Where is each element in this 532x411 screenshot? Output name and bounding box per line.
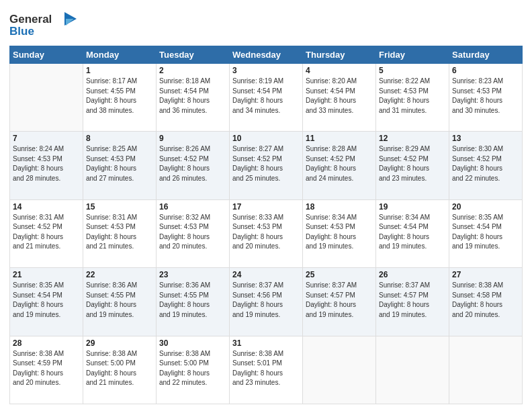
day-info: Sunrise: 8:17 AMSunset: 4:55 PMDaylight:… [86, 77, 153, 116]
calendar-table: SundayMondayTuesdayWednesdayThursdayFrid… [9, 46, 523, 404]
week-row-5: 28Sunrise: 8:38 AMSunset: 4:59 PMDayligh… [10, 336, 523, 404]
day-info: Sunrise: 8:37 AMSunset: 4:57 PMDaylight:… [379, 281, 446, 320]
weekday-thursday: Thursday [303, 46, 376, 64]
day-cell: 18Sunrise: 8:34 AMSunset: 4:53 PMDayligh… [303, 199, 376, 267]
weekday-wednesday: Wednesday [230, 46, 303, 64]
page: General Blue SundayMondayTuesdayWednesda… [0, 0, 532, 411]
day-cell: 20Sunrise: 8:35 AMSunset: 4:54 PMDayligh… [449, 199, 523, 267]
day-info: Sunrise: 8:38 AMSunset: 5:00 PMDaylight:… [86, 349, 153, 388]
week-row-3: 14Sunrise: 8:31 AMSunset: 4:52 PMDayligh… [10, 199, 523, 267]
day-cell: 12Sunrise: 8:29 AMSunset: 4:52 PMDayligh… [376, 132, 449, 199]
day-cell: 29Sunrise: 8:38 AMSunset: 5:00 PMDayligh… [83, 336, 157, 404]
weekday-sunday: Sunday [10, 46, 83, 64]
weekday-tuesday: Tuesday [157, 46, 230, 64]
day-cell [449, 336, 523, 404]
day-info: Sunrise: 8:24 AMSunset: 4:53 PMDaylight:… [13, 144, 80, 183]
day-info: Sunrise: 8:29 AMSunset: 4:52 PMDaylight:… [379, 144, 446, 183]
day-info: Sunrise: 8:27 AMSunset: 4:52 PMDaylight:… [232, 144, 300, 183]
day-number: 21 [13, 270, 80, 279]
day-cell [10, 64, 83, 132]
day-number: 3 [232, 66, 300, 75]
day-number: 8 [86, 134, 153, 143]
day-number: 19 [379, 202, 446, 212]
day-number: 10 [232, 134, 300, 143]
day-cell: 10Sunrise: 8:27 AMSunset: 4:52 PMDayligh… [230, 132, 303, 199]
week-row-2: 7Sunrise: 8:24 AMSunset: 4:53 PMDaylight… [10, 132, 523, 199]
day-cell: 19Sunrise: 8:34 AMSunset: 4:54 PMDayligh… [376, 199, 449, 267]
day-number: 20 [452, 202, 519, 212]
day-info: Sunrise: 8:34 AMSunset: 4:54 PMDaylight:… [379, 213, 446, 252]
day-cell: 21Sunrise: 8:35 AMSunset: 4:54 PMDayligh… [10, 268, 83, 336]
day-number: 14 [13, 202, 80, 212]
day-info: Sunrise: 8:36 AMSunset: 4:55 PMDaylight:… [159, 281, 226, 320]
day-cell: 22Sunrise: 8:36 AMSunset: 4:55 PMDayligh… [83, 268, 157, 336]
week-row-1: 1Sunrise: 8:17 AMSunset: 4:55 PMDaylight… [10, 64, 523, 132]
day-cell [303, 336, 376, 404]
weekday-header-row: SundayMondayTuesdayWednesdayThursdayFrid… [10, 46, 523, 64]
day-cell: 26Sunrise: 8:37 AMSunset: 4:57 PMDayligh… [376, 268, 449, 336]
day-info: Sunrise: 8:38 AMSunset: 4:59 PMDaylight:… [13, 349, 80, 388]
day-number: 7 [13, 134, 80, 143]
day-cell: 31Sunrise: 8:38 AMSunset: 5:01 PMDayligh… [230, 336, 303, 404]
day-info: Sunrise: 8:37 AMSunset: 4:57 PMDaylight:… [306, 281, 373, 320]
day-info: Sunrise: 8:22 AMSunset: 4:53 PMDaylight:… [379, 77, 446, 116]
day-number: 30 [159, 338, 226, 348]
day-cell: 9Sunrise: 8:26 AMSunset: 4:52 PMDaylight… [157, 132, 230, 199]
day-cell: 24Sunrise: 8:37 AMSunset: 4:56 PMDayligh… [230, 268, 303, 336]
day-number: 9 [159, 134, 226, 143]
day-number: 28 [13, 338, 80, 348]
day-info: Sunrise: 8:37 AMSunset: 4:56 PMDaylight:… [232, 281, 300, 320]
day-number: 6 [452, 66, 519, 75]
header: General Blue [9, 7, 523, 42]
day-cell: 5Sunrise: 8:22 AMSunset: 4:53 PMDaylight… [376, 64, 449, 132]
day-info: Sunrise: 8:19 AMSunset: 4:54 PMDaylight:… [232, 77, 300, 116]
day-number: 24 [232, 270, 300, 279]
day-cell: 3Sunrise: 8:19 AMSunset: 4:54 PMDaylight… [230, 64, 303, 132]
day-info: Sunrise: 8:20 AMSunset: 4:54 PMDaylight:… [306, 77, 373, 116]
day-cell: 14Sunrise: 8:31 AMSunset: 4:52 PMDayligh… [10, 199, 83, 267]
day-number: 25 [306, 270, 373, 279]
svg-text:Blue: Blue [9, 25, 34, 38]
weekday-friday: Friday [376, 46, 449, 64]
day-cell: 28Sunrise: 8:38 AMSunset: 4:59 PMDayligh… [10, 336, 83, 404]
day-cell: 13Sunrise: 8:30 AMSunset: 4:52 PMDayligh… [449, 132, 523, 199]
day-info: Sunrise: 8:23 AMSunset: 4:53 PMDaylight:… [452, 77, 519, 116]
weekday-saturday: Saturday [449, 46, 523, 64]
logo-text: General Blue [9, 9, 83, 42]
day-number: 12 [379, 134, 446, 143]
day-info: Sunrise: 8:38 AMSunset: 5:01 PMDaylight:… [232, 349, 300, 388]
day-info: Sunrise: 8:28 AMSunset: 4:52 PMDaylight:… [306, 144, 373, 183]
day-cell: 16Sunrise: 8:32 AMSunset: 4:53 PMDayligh… [157, 199, 230, 267]
day-info: Sunrise: 8:26 AMSunset: 4:52 PMDaylight:… [159, 144, 226, 183]
week-row-4: 21Sunrise: 8:35 AMSunset: 4:54 PMDayligh… [10, 268, 523, 336]
day-cell: 11Sunrise: 8:28 AMSunset: 4:52 PMDayligh… [303, 132, 376, 199]
day-number: 23 [159, 270, 226, 279]
day-number: 17 [232, 202, 300, 212]
day-info: Sunrise: 8:38 AMSunset: 4:58 PMDaylight:… [452, 281, 519, 320]
day-cell: 30Sunrise: 8:38 AMSunset: 5:00 PMDayligh… [157, 336, 230, 404]
day-number: 31 [232, 338, 300, 348]
day-cell: 8Sunrise: 8:25 AMSunset: 4:53 PMDaylight… [83, 132, 157, 199]
day-info: Sunrise: 8:32 AMSunset: 4:53 PMDaylight:… [159, 213, 226, 252]
day-number: 18 [306, 202, 373, 212]
day-cell: 25Sunrise: 8:37 AMSunset: 4:57 PMDayligh… [303, 268, 376, 336]
day-info: Sunrise: 8:25 AMSunset: 4:53 PMDaylight:… [86, 144, 153, 183]
day-cell [376, 336, 449, 404]
day-cell: 15Sunrise: 8:31 AMSunset: 4:53 PMDayligh… [83, 199, 157, 267]
day-cell: 1Sunrise: 8:17 AMSunset: 4:55 PMDaylight… [83, 64, 157, 132]
day-cell: 17Sunrise: 8:33 AMSunset: 4:53 PMDayligh… [230, 199, 303, 267]
day-info: Sunrise: 8:31 AMSunset: 4:53 PMDaylight:… [86, 213, 153, 252]
day-info: Sunrise: 8:31 AMSunset: 4:52 PMDaylight:… [13, 213, 80, 252]
svg-text:General: General [9, 13, 52, 26]
day-info: Sunrise: 8:33 AMSunset: 4:53 PMDaylight:… [232, 213, 300, 252]
logo: General Blue [9, 9, 83, 42]
day-cell: 7Sunrise: 8:24 AMSunset: 4:53 PMDaylight… [10, 132, 83, 199]
day-cell: 23Sunrise: 8:36 AMSunset: 4:55 PMDayligh… [157, 268, 230, 336]
day-number: 2 [159, 66, 226, 75]
day-info: Sunrise: 8:30 AMSunset: 4:52 PMDaylight:… [452, 144, 519, 183]
day-number: 22 [86, 270, 153, 279]
day-info: Sunrise: 8:18 AMSunset: 4:54 PMDaylight:… [159, 77, 226, 116]
svg-marker-3 [66, 19, 74, 26]
day-number: 29 [86, 338, 153, 348]
day-info: Sunrise: 8:35 AMSunset: 4:54 PMDaylight:… [13, 281, 80, 320]
